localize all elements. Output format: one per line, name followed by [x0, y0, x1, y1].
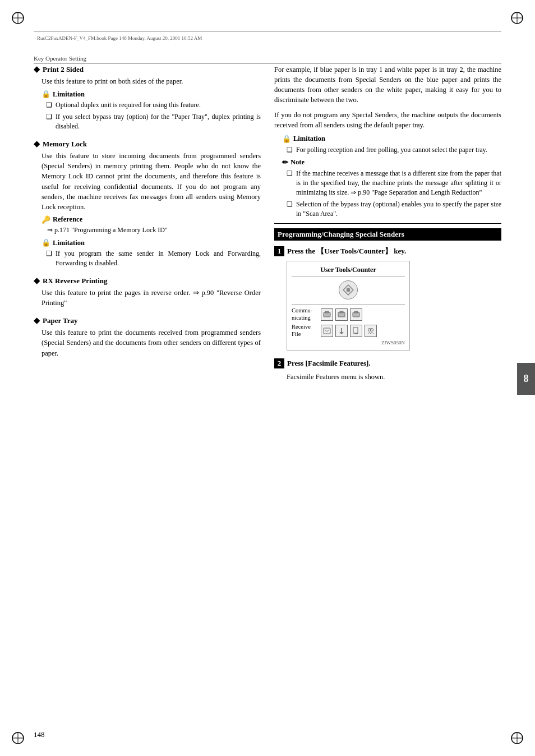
feature-memorylock-body: Use this feature to store incoming docum… [41, 151, 261, 212]
step-2-number: 2 [274, 358, 284, 368]
right-limitation-item-1: ❏ For polling reception and free polling… [287, 145, 501, 155]
memorylock-reference: 🔑 Reference ⇒ p.171 "Programming a Memor… [41, 215, 261, 235]
diag-icon-7 [365, 325, 377, 337]
right-intro-text-1: For example, if blue paper is in tray 1 … [274, 64, 501, 105]
feature-papertray-title: ◆ Paper Tray [34, 316, 261, 325]
two-column-layout: ◆ Print 2 Sided Use this feature to prin… [34, 64, 501, 711]
checkbox-icon: ❏ [46, 249, 53, 268]
feature-print2sided-title: ◆ Print 2 Sided [34, 64, 261, 74]
print2sided-limitation-item-2: ❏ If you select bypass tray (option) for… [46, 112, 261, 131]
diagram-label-communicating: Commu-nicating [292, 307, 321, 321]
step-2: 2 Press [Facsimile Features]. Facsimile … [274, 358, 501, 382]
memorylock-limitation-item-1: ❏ If you program the same sender in Memo… [46, 249, 261, 268]
chapter-tab: 8 [517, 363, 535, 395]
right-note-item-1-text: If the machine receives a message that i… [296, 169, 501, 197]
diamond-icon: ◆ [34, 316, 40, 325]
right-note-item-2-text: Selection of the bypass tray (optional) … [296, 200, 501, 219]
checkbox-icon: ❏ [46, 112, 53, 131]
feature-memorylock-title: ◆ Memory Lock [34, 139, 261, 149]
diag-icon-5 [335, 325, 348, 337]
diagram-label-receivefile: ReceiveFile [292, 324, 321, 338]
right-note-label: Note [290, 158, 305, 167]
right-note-item-2: ❏ Selection of the bypass tray (optional… [287, 200, 501, 219]
print2sided-limitation-label: Limitation [53, 90, 85, 99]
svg-rect-24 [353, 328, 358, 333]
diamond-button-icon [339, 280, 358, 299]
memorylock-reference-title: 🔑 Reference [41, 215, 261, 224]
diagram-icons-communicating [321, 308, 362, 321]
memorylock-reference-text: ⇒ p.171 "Programming a Memory Lock ID" [47, 225, 261, 235]
diamond-icon: ◆ [34, 139, 40, 149]
diagram-button [292, 280, 405, 299]
header-strip: RusC2FaxADEN-F_V4_FM.book Page 148 Monda… [34, 31, 501, 44]
right-limitation: 🔒 Limitation ❏ For polling reception and… [282, 135, 501, 155]
feature-print2sided-label: Print 2 Sided [43, 65, 84, 74]
step-2-body: Facsimile Features menu is shown. [287, 372, 501, 382]
memorylock-limitation-label: Limitation [53, 239, 85, 247]
svg-rect-19 [354, 311, 358, 313]
checkbox-icon: ❏ [287, 145, 293, 155]
right-note-title: ✏ Note [282, 158, 501, 167]
step-1-instruction: Press the 【User Tools/Counter】 key. [287, 246, 406, 256]
memorylock-limitation: 🔒 Limitation ❏ If you program the same s… [41, 238, 261, 268]
print2sided-limitation: 🔒 Limitation ❏ Optional duplex unit is r… [41, 90, 261, 131]
right-limitation-item-1-text: For polling reception and free polling, … [296, 145, 501, 155]
feature-print2sided-body: Use this feature to print on both sides … [41, 76, 261, 86]
right-intro-text-2: If you do not program any Special Sender… [274, 110, 501, 130]
checkbox-icon: ❏ [287, 169, 293, 197]
memorylock-limitation-item-1-text: If you program the same sender in Memory… [56, 249, 261, 268]
print2sided-limitation-item-1: ❏ Optional duplex unit is required for u… [46, 100, 261, 110]
header-strip-text: RusC2FaxADEN-F_V4_FM.book Page 148 Monda… [34, 35, 202, 41]
corner-mark-tl [10, 10, 26, 26]
right-divider [274, 223, 501, 224]
note-icon: ✏ [282, 158, 288, 167]
programming-heading: Programming/Changing Special Senders [274, 228, 501, 241]
diagram-footer: ZIWS050N [292, 340, 405, 345]
feature-rxreverse-title: ◆ RX Reverse Printing [34, 276, 261, 285]
diamond-icon: ◆ [34, 64, 40, 74]
chapter-number: 8 [524, 373, 529, 384]
step-2-title: 2 Press [Facsimile Features]. [274, 358, 501, 368]
section-title: Key Operator Setting [34, 55, 86, 62]
diagram-header: User Tools/Counter [292, 266, 405, 277]
feature-print2sided: ◆ Print 2 Sided Use this feature to prin… [34, 64, 261, 131]
feature-memorylock-label: Memory Lock [43, 140, 87, 149]
corner-mark-tr [509, 10, 525, 26]
diag-icon-1 [321, 308, 333, 321]
diagram-row-communicating: Commu-nicating [292, 307, 405, 321]
diag-icon-4 [321, 325, 333, 337]
feature-papertray: ◆ Paper Tray Use this feature to print t… [34, 316, 261, 358]
feature-papertray-body: Use this feature to print the documents … [41, 328, 261, 358]
feature-rxreverse-body: Use this feature to print the pages in r… [41, 288, 261, 308]
feature-memorylock: ◆ Memory Lock Use this feature to store … [34, 139, 261, 268]
diamond-icon: ◆ [34, 276, 40, 285]
step-2-instruction: Press [Facsimile Features]. [287, 359, 371, 368]
page-number: 148 [34, 730, 45, 739]
page: RusC2FaxADEN-F_V4_FM.book Page 148 Monda… [0, 0, 535, 756]
svg-rect-13 [347, 288, 350, 292]
right-note: ✏ Note ❏ If the machine receives a messa… [282, 158, 501, 219]
checkbox-icon: ❏ [46, 100, 53, 110]
feature-rxreverse-label: RX Reverse Printing [43, 276, 108, 285]
print2sided-limitation-item-2-text: If you select bypass tray (option) for t… [56, 112, 261, 131]
corner-mark-br [509, 730, 525, 746]
memorylock-reference-label: Reference [53, 215, 82, 224]
limitation-icon: 🔒 [41, 238, 50, 247]
svg-rect-15 [325, 311, 329, 313]
diag-icon-2 [335, 308, 348, 321]
corner-mark-bl [10, 730, 26, 746]
diagram-icons-receivefile [321, 325, 377, 337]
right-limitation-title: 🔒 Limitation [282, 135, 501, 144]
print2sided-limitation-item-1-text: Optional duplex unit is required for usi… [56, 100, 261, 110]
limitation-icon: 🔒 [41, 90, 50, 99]
section-header: Key Operator Setting [34, 55, 501, 63]
right-limitation-label: Limitation [293, 135, 325, 143]
checkbox-icon: ❏ [287, 200, 293, 219]
step-1-number: 1 [274, 246, 284, 256]
diagram-row-receivefile: ReceiveFile [292, 324, 405, 338]
feature-rxreverse: ◆ RX Reverse Printing Use this feature t… [34, 276, 261, 308]
diag-icon-3 [350, 308, 362, 321]
step-1-title: 1 Press the 【User Tools/Counter】 key. [274, 246, 501, 256]
print2sided-limitation-title: 🔒 Limitation [41, 90, 261, 99]
left-column: ◆ Print 2 Sided Use this feature to prin… [34, 64, 261, 711]
